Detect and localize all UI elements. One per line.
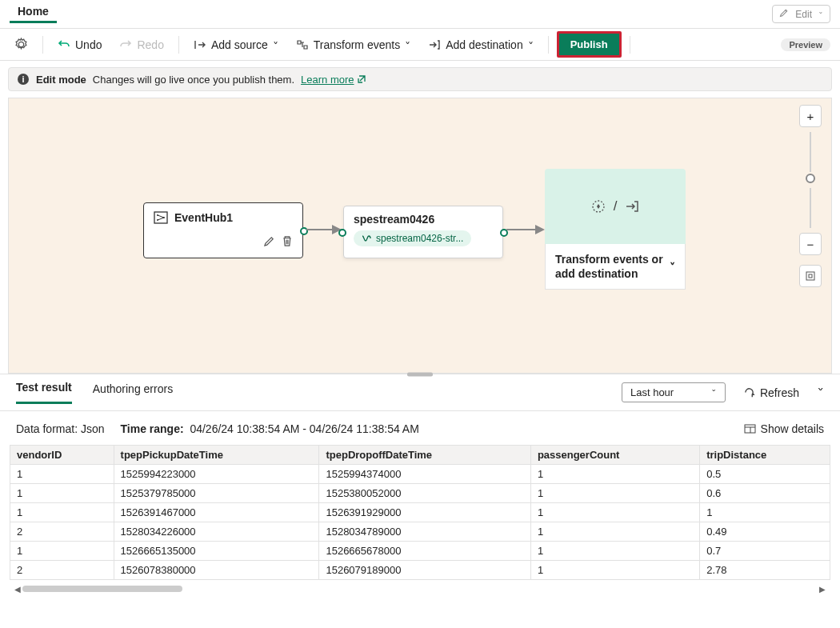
table-cell: 1	[530, 542, 699, 561]
result-table-wrap: vendorIDtpepPickupDateTimetpepDropoffDat…	[10, 445, 830, 580]
stream-node[interactable]: spestream0426 spestream0426-str...	[343, 206, 503, 258]
table-cell: 0.7	[700, 542, 830, 561]
refresh-label: Refresh	[760, 386, 799, 399]
horizontal-scrollbar[interactable]: ◀ ▶	[10, 583, 830, 594]
refresh-icon	[743, 386, 755, 398]
edit-mode-pill[interactable]: Edit ˅	[772, 5, 830, 23]
tab-home[interactable]: Home	[10, 5, 57, 23]
add-source-label: Add source	[211, 38, 268, 51]
scroll-left-arrow[interactable]: ◀	[13, 585, 22, 594]
table-cell: 1	[530, 484, 699, 503]
chevron-down-icon[interactable]: ˅	[670, 262, 675, 271]
show-details-button[interactable]: Show details	[744, 422, 824, 435]
column-header[interactable]: tpepPickupDateTime	[114, 446, 319, 465]
zoom-fit-button[interactable]	[799, 265, 822, 287]
column-header[interactable]: passengerCount	[530, 446, 699, 465]
settings-button[interactable]	[8, 34, 34, 54]
add-destination-label: Add destination	[446, 38, 523, 51]
eventhub-icon	[154, 211, 168, 224]
time-window-label: Last hour	[630, 386, 674, 398]
chevron-down-icon: ˅	[273, 40, 278, 49]
edit-label: Edit	[795, 9, 812, 20]
column-header[interactable]: tripDistance	[700, 446, 830, 465]
learn-more-label: Learn more	[301, 74, 354, 86]
stream-icon	[362, 234, 371, 243]
preview-pill[interactable]: Preview	[781, 38, 830, 51]
zoom-controls: + −	[799, 105, 822, 287]
result-table: vendorIDtpepPickupDateTimetpepDropoffDat…	[10, 445, 830, 580]
table-cell: 2	[10, 561, 114, 580]
learn-more-link[interactable]: Learn more	[301, 74, 366, 86]
collapse-panel-chevron-icon[interactable]: ˅	[817, 386, 824, 398]
zoom-handle[interactable]	[806, 174, 815, 183]
table-cell: 1526665135000	[114, 542, 319, 561]
edit-node-icon[interactable]	[263, 235, 275, 250]
table-cell: 1528034789000	[319, 522, 530, 542]
scroll-thumb[interactable]	[22, 586, 182, 592]
resize-grip[interactable]	[407, 373, 433, 377]
column-header[interactable]: vendorID	[10, 446, 114, 465]
column-header[interactable]: tpepDropoffDateTime	[319, 446, 530, 465]
zoom-track[interactable]	[810, 188, 811, 228]
table-cell: 1528034226000	[114, 522, 319, 542]
table-row[interactable]: 21526078380000152607918900012.78	[10, 561, 830, 580]
undo-button[interactable]: Undo	[51, 35, 108, 54]
table-cell: 1525379785000	[114, 484, 319, 503]
table-cell: 2	[10, 522, 114, 542]
transform-events-button[interactable]: Transform events ˅	[290, 35, 417, 54]
svg-text:i: i	[22, 74, 24, 84]
output-port[interactable]	[500, 229, 508, 237]
transform-events-label: Transform events	[314, 38, 400, 51]
zoom-out-button[interactable]: −	[799, 233, 822, 255]
table-cell: 1526079189000	[319, 561, 530, 580]
chevron-down-icon: ˅	[711, 388, 717, 397]
gear-icon	[14, 38, 28, 51]
scroll-right-arrow[interactable]: ▶	[818, 585, 827, 594]
delete-node-icon[interactable]	[282, 235, 293, 250]
time-range-value: 04/26/24 10:38:54 AM - 04/26/24 11:38:54…	[190, 422, 418, 435]
chevron-down-icon: ˅	[528, 40, 534, 49]
canvas[interactable]: EventHub1 spestream0426 spestream0426-st…	[8, 98, 832, 374]
transform-icon	[296, 39, 309, 50]
table-row[interactable]: 21528034226000152803478900010.49	[10, 522, 830, 542]
time-range-label: Time range:	[121, 422, 184, 435]
table-cell: 1525994374000	[319, 465, 530, 484]
destination-label: Transform events or add destination	[555, 252, 670, 281]
add-destination-button[interactable]: Add destination ˅	[422, 35, 540, 54]
redo-label: Redo	[137, 38, 163, 51]
output-port[interactable]	[300, 227, 308, 235]
svg-rect-2	[154, 212, 167, 223]
external-link-icon	[357, 74, 366, 84]
tab-authoring-errors[interactable]: Authoring errors	[93, 382, 173, 403]
table-cell: 1	[530, 465, 699, 484]
stream-pill-label: spestream0426-str...	[376, 233, 463, 244]
table-row[interactable]: 11526665135000152666567800010.7	[10, 542, 830, 561]
table-cell: 1526391929000	[319, 503, 530, 522]
table-cell: 1	[10, 484, 114, 503]
destination-placeholder[interactable]: / Transform events or add destination ˅	[545, 169, 686, 290]
table-cell: 1525380052000	[319, 484, 530, 503]
table-cell: 0.6	[700, 484, 830, 503]
tab-test-result[interactable]: Test result	[16, 381, 72, 404]
info-message: Changes will go live once you publish th…	[93, 74, 294, 86]
time-window-select[interactable]: Last hour ˅	[622, 382, 726, 402]
input-port[interactable]	[338, 229, 346, 237]
data-format-value: Json	[81, 422, 105, 435]
refresh-button[interactable]: Refresh	[737, 383, 806, 402]
table-row[interactable]: 11526391467000152639192900011	[10, 503, 830, 522]
toolbar: Undo Redo Add source ˅ Transform events …	[0, 29, 840, 61]
publish-button[interactable]: Publish	[557, 31, 622, 58]
zoom-in-button[interactable]: +	[799, 105, 822, 127]
source-node[interactable]: EventHub1	[143, 202, 303, 258]
table-cell: 1	[10, 503, 114, 522]
table-row[interactable]: 11525994223000152599437400010.5	[10, 465, 830, 484]
out-dest-icon	[625, 200, 639, 213]
table-row[interactable]: 11525379785000152538005200010.6	[10, 484, 830, 503]
svg-rect-10	[809, 274, 812, 278]
add-source-button[interactable]: Add source ˅	[187, 35, 285, 54]
redo-button: Redo	[113, 35, 170, 54]
info-icon: i	[17, 73, 30, 86]
chevron-down-icon: ˅	[405, 40, 410, 49]
show-details-label: Show details	[761, 422, 824, 435]
zoom-track[interactable]	[810, 132, 811, 172]
